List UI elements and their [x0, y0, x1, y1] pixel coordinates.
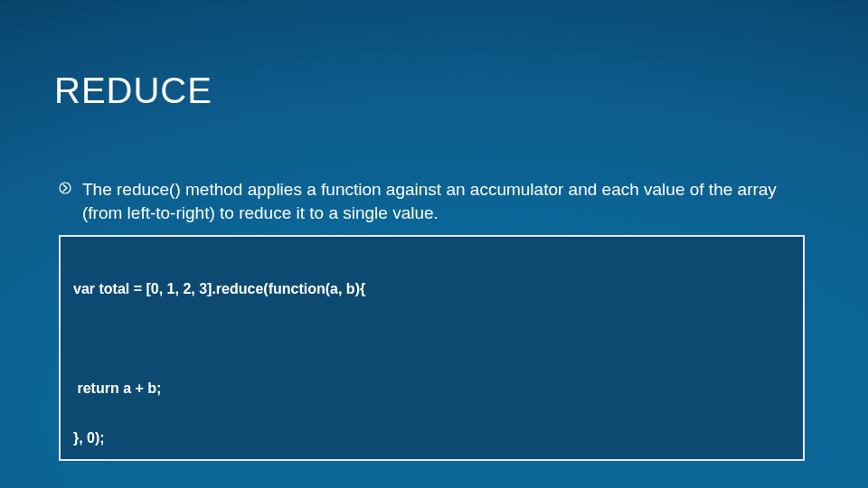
code-line: }, 0); — [73, 430, 790, 446]
svg-point-0 — [60, 183, 71, 193]
bullet-arrow-icon — [59, 182, 71, 194]
slide-title: REDUCE — [54, 70, 212, 111]
slide: REDUCE The reduce() method applies a fun… — [0, 0, 868, 488]
code-line — [73, 331, 790, 347]
bullet-text: The reduce() method applies a function a… — [82, 178, 796, 224]
code-block: var total = [0, 1, 2, 3].reduce(function… — [59, 235, 805, 461]
bullet-item: The reduce() method applies a function a… — [59, 178, 796, 224]
code-line: var total = [0, 1, 2, 3].reduce(function… — [73, 281, 790, 297]
code-line: return a + b; — [73, 380, 790, 397]
code-line — [73, 480, 790, 488]
